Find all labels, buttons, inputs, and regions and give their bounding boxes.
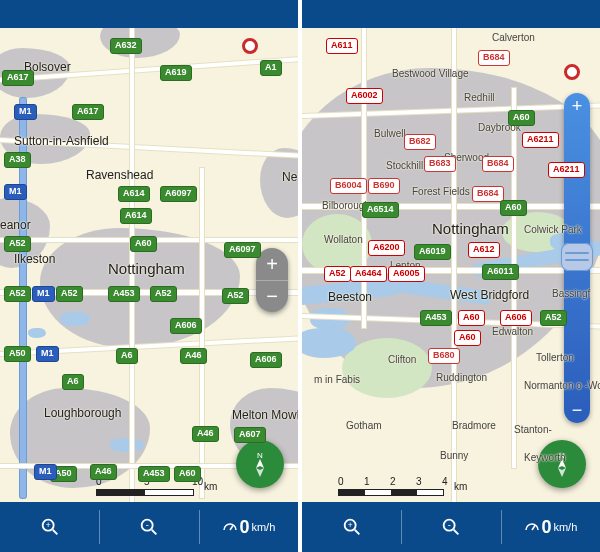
road-shield: B690 — [368, 178, 400, 194]
road-shield: A606 — [250, 352, 282, 368]
svg-line-12 — [354, 530, 359, 535]
road-shield: A6019 — [414, 244, 451, 260]
compass-button[interactable]: N — [236, 440, 284, 488]
city-label: Ilkeston — [14, 252, 55, 266]
road-shield: A1 — [260, 60, 282, 76]
city-label: Gotham — [346, 420, 382, 431]
road-shield: A6 — [62, 374, 84, 390]
map-area-left[interactable]: + − N 0510 km BolsoverSutton-in-Ashfield… — [0, 28, 298, 502]
road-shield: A52 — [222, 288, 249, 304]
road-shield: B6004 — [330, 178, 367, 194]
road-shield: A6200 — [368, 240, 405, 256]
svg-text:+: + — [347, 521, 352, 530]
svg-marker-0 — [256, 459, 264, 468]
road-shield: A52 — [4, 236, 31, 252]
road-shield: A606 — [170, 318, 202, 334]
poi-ring-icon — [564, 64, 580, 80]
road-shield: A60 — [174, 466, 201, 482]
zoom-in-cell[interactable]: + — [0, 502, 99, 552]
road-shield: A46 — [90, 464, 117, 480]
road-shield: A52 — [150, 286, 177, 302]
city-label: Bulwell — [374, 128, 406, 139]
city-label: Clifton — [388, 354, 416, 365]
road-shield: A46 — [180, 348, 207, 364]
speedometer-icon — [523, 518, 541, 536]
road-shield: A46 — [192, 426, 219, 442]
road-shield: A611 — [326, 38, 358, 54]
zoom-in-button[interactable]: + — [564, 93, 590, 119]
speed-value: 0 — [239, 517, 249, 538]
scale-unit: km — [454, 481, 467, 492]
road-shield: A52 — [4, 286, 31, 302]
road-shield: M1 — [14, 104, 37, 120]
city-label: Bestwood Village — [392, 68, 469, 79]
road-shield: A6011 — [482, 264, 519, 280]
pane-left: + − N 0510 km BolsoverSutton-in-Ashfield… — [0, 0, 298, 552]
road-shield: B682 — [404, 134, 436, 150]
road-shield: A6097 — [224, 242, 261, 258]
zoom-stack: + − — [256, 248, 288, 312]
svg-marker-10 — [558, 468, 566, 477]
speed-cell[interactable]: 0 km/h — [501, 502, 600, 552]
city-label: Redhill — [464, 92, 495, 103]
svg-line-8 — [230, 526, 233, 531]
zoom-slider[interactable]: + − — [564, 93, 590, 423]
road-shield: A60 — [130, 236, 157, 252]
svg-text:+: + — [45, 521, 50, 530]
city-label: Bunny — [440, 450, 468, 461]
road-shield: A6211 — [522, 132, 559, 148]
road-shield: A52 — [540, 310, 567, 326]
city-label: Beeston — [328, 290, 372, 304]
road-shield: A6 — [116, 348, 138, 364]
city-label: West Bridgford — [450, 288, 529, 302]
svg-line-17 — [532, 526, 535, 531]
pane-right: + − N 01234 km NottinghamBestwood Villag… — [302, 0, 600, 552]
zoom-out-button[interactable]: − — [564, 397, 590, 423]
magnify-plus-icon: + — [39, 516, 61, 538]
scale-unit: km — [204, 481, 217, 492]
road-shield: A52 — [56, 286, 83, 302]
city-label: Bassingf — [552, 288, 590, 299]
road-shield: A6211 — [548, 162, 585, 178]
speed-value: 0 — [541, 517, 551, 538]
zoom-out-cell[interactable]: - — [401, 502, 500, 552]
city-label: Bradmore — [452, 420, 496, 431]
zoom-slider-thumb[interactable] — [561, 243, 593, 271]
city-label: Forest Fields — [412, 186, 470, 197]
road-shield: A453 — [108, 286, 140, 302]
zoom-in-button[interactable]: + — [256, 248, 288, 280]
city-label: Melton Mowb — [232, 408, 298, 422]
city-label: Ravenshead — [86, 168, 153, 182]
compass-button[interactable]: N — [538, 440, 586, 488]
city-label: m in Fabis — [314, 374, 360, 385]
road-shield: A453 — [138, 466, 170, 482]
road-shield: A60 — [454, 330, 481, 346]
zoom-in-cell[interactable]: + — [302, 502, 401, 552]
svg-line-3 — [52, 530, 57, 535]
road-shield: A6464 — [350, 266, 387, 282]
speedometer-icon — [221, 518, 239, 536]
svg-line-15 — [454, 530, 459, 535]
road-shield: A6005 — [388, 266, 425, 282]
city-label: Loughborough — [44, 406, 121, 420]
city-label: eanor — [0, 218, 31, 232]
zoom-out-cell[interactable]: - — [99, 502, 198, 552]
city-label: Calverton — [492, 32, 535, 43]
zoom-out-button[interactable]: − — [256, 280, 288, 312]
road-shield: A614 — [120, 208, 152, 224]
map-area-right[interactable]: + − N 01234 km NottinghamBestwood Villag… — [302, 28, 600, 502]
speed-cell[interactable]: 0 km/h — [199, 502, 298, 552]
magnify-plus-icon: + — [341, 516, 363, 538]
scale-tick: 0 — [338, 476, 364, 487]
speed-unit: km/h — [251, 521, 275, 533]
svg-text:-: - — [448, 520, 451, 530]
city-label: Wollaton — [324, 234, 363, 245]
road-shield: B684 — [472, 186, 504, 202]
magnify-minus-icon: - — [138, 516, 160, 538]
road-shield: A619 — [160, 65, 192, 81]
city-label: Stanton- — [514, 424, 552, 435]
scale-bar: 01234 km — [338, 476, 467, 496]
city-label: Colwick Park — [524, 224, 582, 235]
top-bar — [0, 0, 298, 28]
compass-needle-icon — [250, 458, 270, 478]
